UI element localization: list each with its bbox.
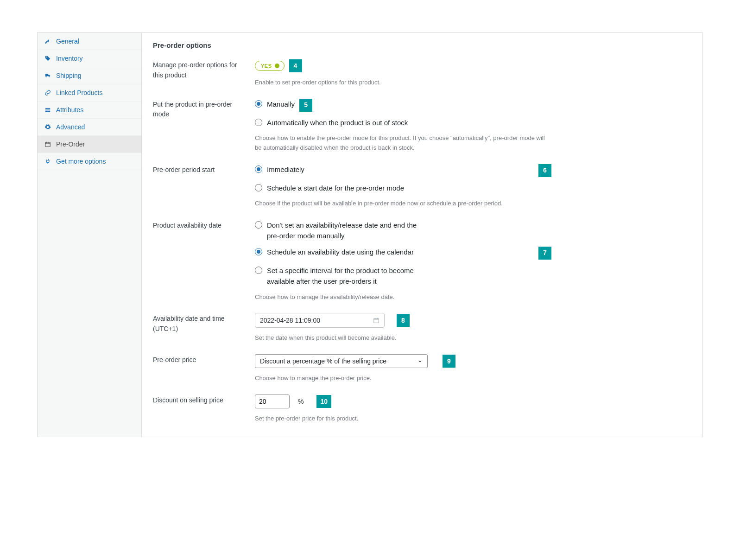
content-panel: Pre-order options Manage pre-order optio… xyxy=(142,33,702,437)
row-period-start: Pre-order period start Immediately 6 Sch… xyxy=(153,164,691,209)
date-time-input[interactable]: 2022-04-28 11:09:00 xyxy=(255,313,385,328)
radio-label: Schedule an availability date using the … xyxy=(267,247,414,257)
svg-rect-4 xyxy=(374,318,379,323)
discount-suffix: % xyxy=(298,398,304,405)
annotation-tag-5: 5 xyxy=(299,99,312,112)
radio-period-schedule[interactable] xyxy=(255,184,262,191)
annotation-tag-9: 9 xyxy=(443,355,455,368)
radio-label: Don't set an availability/release date a… xyxy=(267,220,424,242)
sidebar-item-get-more-options[interactable]: Get more options xyxy=(38,153,141,170)
sidebar-item-shipping[interactable]: Shipping xyxy=(38,67,141,84)
radio-avail-no-date[interactable] xyxy=(255,221,262,229)
discount-input[interactable] xyxy=(255,395,290,408)
row-discount: Discount on selling price % 10 Set the p… xyxy=(153,395,691,424)
annotation-tag-7: 7 xyxy=(538,247,551,260)
row-preorder-price: Pre-order price Discount a percentage % … xyxy=(153,354,691,383)
radio-period-immediately[interactable] xyxy=(255,165,262,173)
help-manage: Enable to set pre-order options for this… xyxy=(255,78,551,88)
sidebar-item-label: Pre-Order xyxy=(56,140,85,148)
annotation-tag-8: 8 xyxy=(397,314,410,327)
svg-rect-3 xyxy=(45,142,51,146)
help-availability-date: Choose how to manage the availability/re… xyxy=(255,293,551,302)
date-value: 2022-04-28 11:09:00 xyxy=(260,317,373,324)
help-price: Choose how to manage the pre-order price… xyxy=(255,374,551,383)
annotation-tag-4: 4 xyxy=(289,59,302,72)
radio-label: Manually xyxy=(267,99,295,109)
sidebar-item-label: Advanced xyxy=(56,123,85,131)
sidebar-item-label: Inventory xyxy=(56,55,83,62)
toggle-manage[interactable]: YES xyxy=(255,61,285,71)
sidebar-item-label: Attributes xyxy=(56,106,83,114)
sidebar-item-advanced[interactable]: Advanced xyxy=(38,119,141,136)
wrench-icon xyxy=(44,38,51,45)
select-value: Discount a percentage % of the selling p… xyxy=(260,357,386,365)
toggle-dot-icon xyxy=(275,64,279,68)
calendar-picker-icon xyxy=(373,317,379,324)
radio-mode-manually[interactable] xyxy=(255,100,262,108)
help-mode: Choose how to enable the pre-order mode … xyxy=(255,134,551,153)
radio-label: Schedule a start date for the pre-order … xyxy=(267,183,404,193)
sidebar-item-label: Linked Products xyxy=(56,89,102,96)
label-manage: Manage pre-order options for this produc… xyxy=(153,59,255,88)
sidebar-item-general[interactable]: General xyxy=(38,33,141,50)
price-select[interactable]: Discount a percentage % of the selling p… xyxy=(255,354,428,368)
row-manage: Manage pre-order options for this produc… xyxy=(153,59,691,88)
help-discount: Set the pre-order price for this product… xyxy=(255,414,551,424)
truck-icon xyxy=(44,72,51,79)
sidebar-item-attributes[interactable]: Attributes xyxy=(38,102,141,119)
toggle-state-text: YES xyxy=(261,63,272,69)
help-period-start: Choose if the product will be available … xyxy=(255,199,551,209)
calendar-icon xyxy=(44,140,51,148)
list-icon xyxy=(44,106,51,114)
sidebar-item-label: General xyxy=(56,38,79,45)
section-title: Pre-order options xyxy=(153,41,691,49)
gear-icon xyxy=(44,123,51,131)
sidebar-item-linked-products[interactable]: Linked Products xyxy=(38,84,141,102)
row-mode: Put the product in pre-order mode Manual… xyxy=(153,99,691,153)
product-data-panel: General Inventory Shipping Linked Produc… xyxy=(37,32,703,437)
sidebar-item-pre-order[interactable]: Pre-Order xyxy=(38,136,141,153)
label-availability-datetime: Availability date and time (UTC+1) xyxy=(153,313,255,343)
row-availability-date: Product availability date Don't set an a… xyxy=(153,220,691,302)
label-discount: Discount on selling price xyxy=(153,395,255,424)
radio-label: Set a specific interval for the product … xyxy=(267,265,438,287)
radio-avail-interval[interactable] xyxy=(255,267,262,274)
label-mode: Put the product in pre-order mode xyxy=(153,99,255,153)
svg-rect-1 xyxy=(45,109,51,110)
label-availability-date: Product availability date xyxy=(153,220,255,302)
radio-mode-auto[interactable] xyxy=(255,119,262,126)
radio-label: Automatically when the product is out of… xyxy=(267,117,408,128)
sidebar-item-label: Shipping xyxy=(56,72,82,79)
annotation-tag-6: 6 xyxy=(538,164,551,177)
sidebar-item-label: Get more options xyxy=(56,158,106,165)
annotation-tag-10: 10 xyxy=(316,395,331,408)
radio-avail-calendar[interactable] xyxy=(255,248,262,255)
row-availability-datetime: Availability date and time (UTC+1) 2022-… xyxy=(153,313,691,343)
sidebar-item-inventory[interactable]: Inventory xyxy=(38,50,141,67)
svg-rect-2 xyxy=(45,111,51,112)
plug-icon xyxy=(44,158,51,165)
radio-label: Immediately xyxy=(267,164,304,175)
svg-rect-0 xyxy=(45,108,51,109)
sidebar: General Inventory Shipping Linked Produc… xyxy=(38,33,142,437)
label-period-start: Pre-order period start xyxy=(153,164,255,209)
help-availability-datetime: Set the date when this product will beco… xyxy=(255,333,551,343)
tag-icon xyxy=(44,55,51,62)
label-preorder-price: Pre-order price xyxy=(153,354,255,383)
chevron-down-icon xyxy=(417,359,423,364)
link-icon xyxy=(44,89,51,96)
